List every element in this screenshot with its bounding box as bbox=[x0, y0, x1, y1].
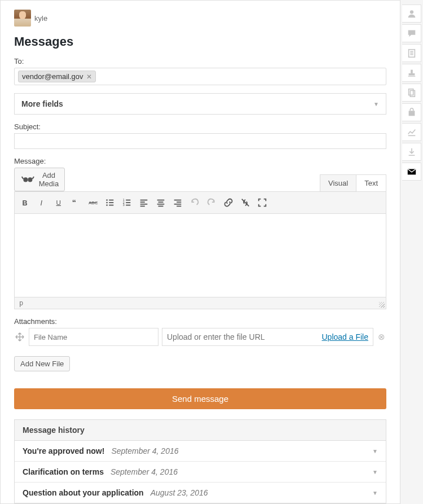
add-media-button[interactable]: Add Media bbox=[14, 168, 65, 191]
underline-button[interactable]: U bbox=[51, 194, 68, 211]
strikethrough-button[interactable]: ABC bbox=[85, 194, 102, 211]
history-subject: Clarification on terms bbox=[23, 467, 104, 476]
svg-rect-38 bbox=[408, 73, 415, 76]
more-fields-toggle[interactable]: More fields ▼ bbox=[14, 93, 386, 115]
editor: Add Media Visual Text B I U “ ABC 123 bbox=[14, 168, 386, 309]
history-item[interactable]: You're approved now! September 4, 2016 ▼ bbox=[15, 441, 386, 462]
align-left-button[interactable] bbox=[135, 194, 152, 211]
side-rail bbox=[400, 0, 423, 504]
user-row: kyle bbox=[14, 10, 386, 27]
remove-recipient-icon[interactable]: ✕ bbox=[86, 73, 92, 81]
svg-rect-12 bbox=[109, 202, 113, 203]
svg-rect-31 bbox=[177, 205, 181, 207]
svg-rect-42 bbox=[410, 90, 415, 97]
message-label: Message: bbox=[14, 157, 386, 165]
svg-rect-19 bbox=[126, 205, 130, 206]
subject-input[interactable] bbox=[14, 133, 386, 149]
bullet-list-button[interactable] bbox=[102, 194, 118, 211]
svg-rect-24 bbox=[157, 200, 165, 201]
fullscreen-button[interactable] bbox=[254, 194, 271, 211]
editor-tabs: Visual Text bbox=[320, 174, 386, 191]
message-history: Message history You're approved now! Sep… bbox=[14, 419, 386, 503]
more-fields-label: More fields bbox=[21, 99, 63, 108]
message-history-title: Message history bbox=[15, 420, 386, 441]
drag-handle-icon[interactable] bbox=[14, 331, 25, 343]
file-url-box: Upload a File bbox=[162, 328, 373, 346]
svg-rect-40 bbox=[408, 76, 415, 76]
recipient-chip-text: vendor@email.gov bbox=[22, 72, 83, 81]
align-right-button[interactable] bbox=[169, 194, 186, 211]
recipient-chip: vendor@email.gov ✕ bbox=[18, 71, 96, 82]
history-item[interactable]: Clarification on terms September 4, 2016… bbox=[15, 462, 386, 483]
undo-button[interactable] bbox=[186, 194, 203, 211]
svg-text:“: “ bbox=[72, 198, 76, 207]
svg-text:I: I bbox=[40, 199, 42, 207]
tab-visual[interactable]: Visual bbox=[320, 175, 356, 191]
history-item[interactable]: Question about your application August 2… bbox=[15, 483, 386, 503]
redo-button[interactable] bbox=[203, 194, 220, 211]
unlink-button[interactable] bbox=[237, 194, 254, 211]
blockquote-button[interactable]: “ bbox=[68, 194, 85, 211]
tab-text[interactable]: Text bbox=[356, 175, 386, 191]
main-panel: kyle Messages To: vendor@email.gov ✕ Mor… bbox=[0, 0, 400, 504]
editor-path: p bbox=[19, 299, 23, 307]
rail-tab-download[interactable] bbox=[402, 143, 421, 161]
remove-attachment-icon[interactable]: ⊗ bbox=[377, 332, 386, 342]
svg-rect-30 bbox=[174, 204, 182, 205]
svg-point-33 bbox=[409, 10, 413, 14]
add-media-label: Add Media bbox=[39, 171, 59, 188]
svg-rect-29 bbox=[177, 201, 181, 203]
history-subject: You're approved now! bbox=[23, 446, 104, 455]
svg-point-8 bbox=[106, 199, 108, 201]
italic-button[interactable]: I bbox=[34, 194, 51, 211]
editor-toolbar: B I U “ ABC 123 bbox=[14, 191, 386, 214]
send-message-button[interactable]: Send message bbox=[14, 388, 386, 409]
file-name-input[interactable] bbox=[29, 328, 158, 346]
svg-rect-28 bbox=[174, 200, 182, 201]
rail-tab-chart[interactable] bbox=[402, 123, 421, 141]
numbered-list-button[interactable]: 123 bbox=[118, 194, 135, 211]
add-new-file-button[interactable]: Add New File bbox=[14, 356, 70, 371]
history-subject: Question about your application bbox=[23, 488, 144, 497]
message-body[interactable] bbox=[14, 214, 386, 297]
svg-rect-26 bbox=[157, 204, 165, 205]
history-date: August 23, 2016 bbox=[151, 488, 208, 497]
resize-handle[interactable] bbox=[379, 302, 385, 308]
rail-tab-mail[interactable] bbox=[402, 163, 421, 181]
rail-tab-user[interactable] bbox=[402, 5, 421, 23]
svg-rect-27 bbox=[158, 205, 164, 207]
chevron-down-icon: ▼ bbox=[372, 490, 378, 496]
svg-point-0 bbox=[23, 177, 28, 182]
rail-tab-stamp[interactable] bbox=[402, 64, 421, 82]
svg-rect-11 bbox=[109, 200, 113, 201]
bold-button[interactable]: B bbox=[17, 194, 34, 211]
page-title: Messages bbox=[14, 34, 386, 49]
chevron-down-icon: ▼ bbox=[372, 469, 378, 475]
rail-tab-comment[interactable] bbox=[402, 24, 421, 42]
file-url-input[interactable] bbox=[167, 332, 322, 341]
history-date: September 4, 2016 bbox=[111, 467, 178, 476]
svg-rect-41 bbox=[408, 89, 413, 95]
svg-point-1 bbox=[28, 177, 32, 182]
rail-tab-bag[interactable] bbox=[402, 103, 421, 121]
svg-rect-23 bbox=[140, 205, 145, 207]
attachments-label: Attachments: bbox=[14, 317, 386, 326]
svg-rect-20 bbox=[140, 200, 148, 201]
link-button[interactable] bbox=[220, 194, 237, 211]
svg-rect-13 bbox=[109, 205, 113, 206]
rail-tab-copy[interactable] bbox=[402, 84, 421, 102]
to-label: To: bbox=[14, 57, 386, 65]
editor-status-bar: p bbox=[14, 297, 386, 309]
media-icon bbox=[20, 172, 36, 187]
upload-file-link[interactable]: Upload a File bbox=[322, 332, 369, 341]
svg-rect-25 bbox=[158, 201, 164, 203]
align-center-button[interactable] bbox=[152, 194, 169, 211]
svg-rect-22 bbox=[140, 204, 148, 205]
add-new-file-label: Add New File bbox=[20, 360, 64, 368]
chevron-down-icon: ▼ bbox=[372, 448, 378, 454]
svg-text:U: U bbox=[56, 199, 61, 206]
avatar bbox=[14, 10, 31, 27]
svg-point-9 bbox=[106, 202, 108, 204]
to-input[interactable]: vendor@email.gov ✕ bbox=[14, 68, 386, 85]
rail-tab-notes[interactable] bbox=[402, 44, 421, 62]
